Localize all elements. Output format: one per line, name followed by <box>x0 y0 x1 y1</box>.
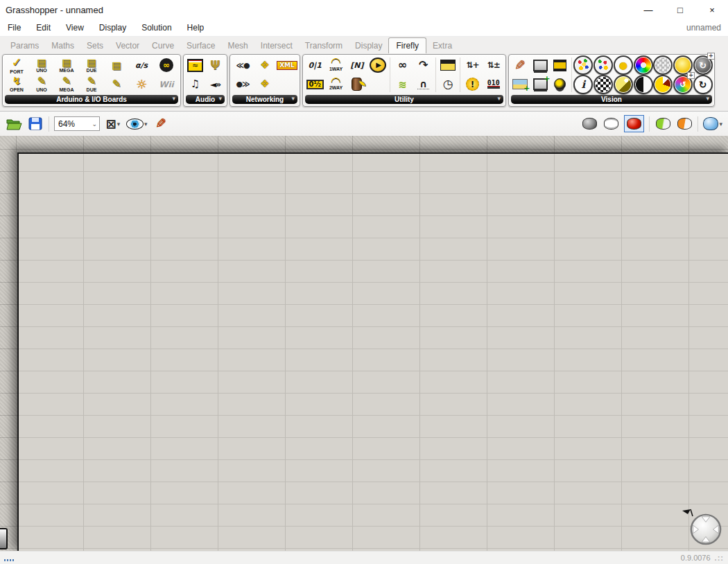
remap-curve-button[interactable]: ↷ <box>419 56 428 75</box>
tab-transform[interactable]: Transform <box>299 39 349 53</box>
minimize-button[interactable]: — <box>632 0 664 19</box>
xml-search-button[interactable]: XML <box>277 56 297 75</box>
tab-extra[interactable]: Extra <box>426 39 458 53</box>
group-expand-arrow-icon[interactable]: ▾ <box>172 96 175 102</box>
network-hub-out-button[interactable]: ❖ <box>260 56 269 75</box>
webcam-button[interactable] <box>554 75 566 94</box>
preview-visibility-button[interactable]: ▾ <box>126 115 148 133</box>
tab-curve[interactable]: Curve <box>146 39 180 53</box>
frequency-note-button[interactable]: ♫ <box>191 75 200 94</box>
camera-capture-button[interactable] <box>533 75 548 94</box>
preview-custom-button[interactable] <box>676 115 693 133</box>
color-sampler-button[interactable] <box>573 55 593 75</box>
spectrum-analyzer-button[interactable]: ≈ <box>187 56 203 75</box>
two-way-gauge-button[interactable]: ◠2WAY <box>329 75 343 94</box>
color-wheel-button[interactable] <box>634 55 653 75</box>
group-label-networking[interactable]: Networking▾ <box>232 95 297 104</box>
mosaic-filter-button[interactable] <box>653 55 673 75</box>
group-label-vision[interactable]: Vision▾ <box>511 95 712 104</box>
pie-crop-button[interactable] <box>653 75 673 94</box>
screen-capture-button[interactable] <box>533 56 548 75</box>
group-label-audio[interactable]: Audio▾ <box>186 95 225 104</box>
menu-solution[interactable]: Solution <box>134 21 179 35</box>
refresh-image-button[interactable]: ↻ <box>693 75 713 94</box>
group-label-arduino-io-boards[interactable]: Arduino & I/O Boards▾ <box>5 95 178 104</box>
uno-read-button[interactable]: ▤UNO <box>36 56 47 75</box>
due-write-button[interactable]: ✎DUE <box>87 75 97 94</box>
serial-string-button[interactable]: α/s <box>135 56 148 75</box>
mega-read-button[interactable]: ▤MEGA <box>60 56 74 75</box>
tab-intersect[interactable]: Intersect <box>254 39 299 53</box>
toggle-switch-button[interactable]: 0|1 <box>309 56 322 75</box>
image-import-button[interactable] <box>512 75 528 94</box>
threshold-spot-button[interactable] <box>614 75 633 94</box>
group-expand-arrow-icon[interactable]: ▾ <box>218 96 222 102</box>
menu-view[interactable]: View <box>58 21 92 35</box>
status-grip-left[interactable] <box>4 559 14 561</box>
menu-display[interactable]: Display <box>92 21 134 35</box>
preview-shaded-button[interactable] <box>624 115 644 132</box>
open-file-button[interactable] <box>6 115 22 133</box>
resize-grip[interactable]: .:: <box>715 554 724 562</box>
preview-quality-button[interactable]: ▾ <box>703 115 722 133</box>
tab-vector[interactable]: Vector <box>110 39 146 53</box>
save-file-button[interactable] <box>27 115 44 133</box>
one-way-gauge-button[interactable]: ◠1WAY <box>329 56 343 75</box>
tab-mesh[interactable]: Mesh <box>221 39 254 53</box>
video-player-button[interactable] <box>553 56 566 75</box>
graph-curves-button[interactable]: ≋ <box>399 75 407 94</box>
tab-sets[interactable]: Sets <box>80 39 110 53</box>
play-animation-button[interactable]: ▶ <box>370 56 386 75</box>
rotate-image-button[interactable]: ↻ <box>693 55 713 75</box>
binary-sequence-button[interactable]: 010 <box>487 75 500 94</box>
tab-maths[interactable]: Maths <box>45 39 80 53</box>
open-port-button[interactable]: ↯OPEN <box>10 75 24 94</box>
group-expand-arrow-icon[interactable]: ▾ <box>497 96 501 102</box>
swirl-filter-button[interactable]: ↺ <box>673 75 693 94</box>
group-expand-arrow-icon[interactable]: ▾ <box>706 96 709 102</box>
generic-write-button[interactable]: ✎ <box>112 75 121 94</box>
zoom-extents-button[interactable]: ⊠ ▾ <box>105 115 121 133</box>
constrain-cuffs-button[interactable]: ∞ <box>398 56 407 75</box>
contrast-filter-button[interactable] <box>634 75 653 94</box>
speaker-out-button[interactable]: ◄» <box>210 75 220 94</box>
uno-write-button[interactable]: ✎UNO <box>36 75 47 94</box>
ports-available-button[interactable]: ✓PORT <box>10 56 23 75</box>
canvas-navigation-compass[interactable] <box>689 513 722 546</box>
tab-display[interactable]: Display <box>349 39 388 53</box>
preview-wireframe-button[interactable] <box>603 115 619 133</box>
generic-read-button[interactable]: ▤ <box>112 56 121 75</box>
smooth-data-button[interactable]: [N] <box>350 56 363 75</box>
checkerboard-filter-button[interactable] <box>593 75 613 94</box>
arduino-logo-button[interactable]: ∞ <box>159 56 173 75</box>
state-decrement-button[interactable]: ⇅± <box>487 56 500 75</box>
color-palette-button[interactable] <box>593 55 613 75</box>
canvas-corner-widget[interactable] <box>0 528 8 549</box>
state-increment-button[interactable]: ⇅+ <box>466 56 478 75</box>
microphone-button[interactable]: Ψ <box>210 56 220 75</box>
wireless-receive-button[interactable]: ≪● <box>236 56 249 75</box>
preview-off-button[interactable] <box>581 115 598 133</box>
menu-help[interactable]: Help <box>180 21 212 35</box>
tab-surface[interactable]: Surface <box>180 39 221 53</box>
group-label-utility[interactable]: Utility▾ <box>305 95 503 104</box>
preview-selected-only-button[interactable] <box>655 115 671 133</box>
zoom-level-combobox[interactable]: 64% ⌄ <box>54 116 100 131</box>
frame-recorder-button[interactable] <box>440 56 456 75</box>
menu-edit[interactable]: Edit <box>28 21 58 35</box>
droplet-filter-button[interactable]: ● <box>614 55 633 75</box>
data-buffer-button[interactable] <box>352 75 362 94</box>
close-button[interactable]: × <box>696 0 728 19</box>
sketch-tool-button[interactable]: ✎ <box>153 115 169 133</box>
network-hub-in-button[interactable]: ❖ <box>260 75 269 94</box>
alert-flash-button[interactable]: ! <box>466 75 479 94</box>
tab-params[interactable]: Params <box>4 39 45 53</box>
maximize-button[interactable]: □ <box>664 0 696 19</box>
bell-curve-button[interactable]: ∩ <box>417 75 429 94</box>
tab-firefly[interactable]: Firefly <box>388 37 426 53</box>
wireless-send-button[interactable]: ●≫ <box>236 75 249 94</box>
counter-button[interactable]: 0½ <box>306 75 324 94</box>
image-info-button[interactable]: i <box>573 75 593 94</box>
stopwatch-button[interactable]: ◷ <box>443 75 453 94</box>
firmata-gear-button[interactable]: ☼ <box>136 75 147 94</box>
